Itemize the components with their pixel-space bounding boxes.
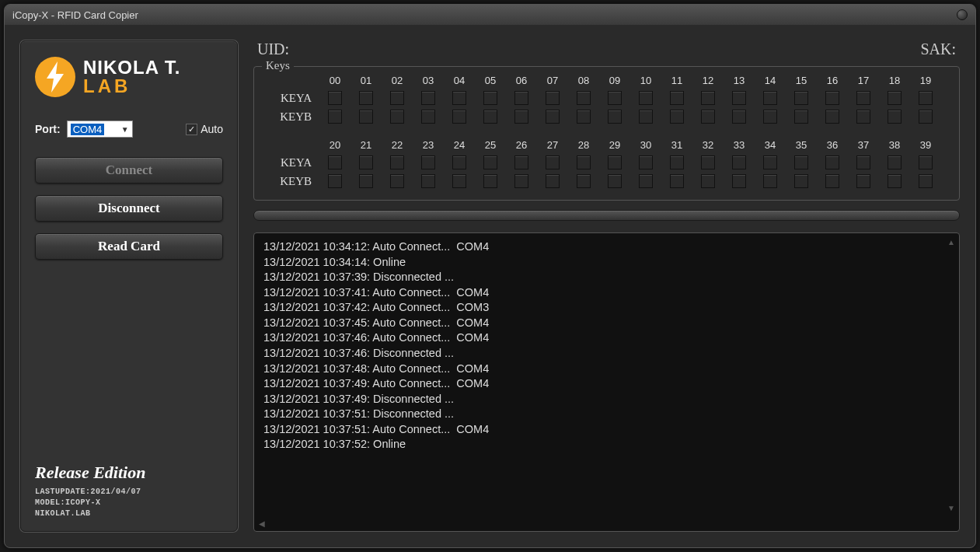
key-indicator xyxy=(919,174,933,188)
key-indicator xyxy=(390,155,404,169)
key-col-header: 35 xyxy=(787,139,815,151)
connect-button[interactable]: Connect xyxy=(35,157,223,183)
key-col-header: 10 xyxy=(632,75,660,86)
key-col-header: 29 xyxy=(601,139,629,151)
logo-text: NIKOLA T. LAB xyxy=(83,58,180,96)
key-indicator xyxy=(514,110,528,124)
key-col-header: 37 xyxy=(849,139,877,151)
key-indicator xyxy=(825,91,839,105)
scroll-down-icon[interactable]: ▼ xyxy=(947,504,955,512)
read-card-button[interactable]: Read Card xyxy=(35,233,223,260)
key-indicator xyxy=(328,174,342,188)
scroll-left-icon[interactable]: ◀ xyxy=(259,519,265,528)
window-title: iCopy-X - RFID Card Copier xyxy=(12,9,138,21)
key-indicator xyxy=(732,110,746,124)
bolt-icon xyxy=(35,57,75,97)
main-panel: UID: SAK: Keys 0001020304050607080910111… xyxy=(253,40,960,532)
key-indicator xyxy=(390,110,404,124)
port-select[interactable]: COM4 ▼ xyxy=(67,121,133,138)
key-indicator xyxy=(670,155,684,169)
scrollbar-horizontal[interactable]: ◀ xyxy=(259,519,943,528)
key-col-header: 20 xyxy=(321,139,349,151)
key-indicator xyxy=(390,174,404,188)
log-content[interactable]: 13/12/2021 10:34:12: Auto Connect... COM… xyxy=(263,239,954,526)
log-line: 13/12/2021 10:37:46: Auto Connect... COM… xyxy=(263,330,954,346)
key-indicator xyxy=(888,110,902,124)
close-icon[interactable] xyxy=(957,9,968,20)
key-indicator xyxy=(328,91,342,105)
key-col-header: 00 xyxy=(321,75,349,86)
key-col-header: 36 xyxy=(818,139,846,151)
key-col-header: 06 xyxy=(507,75,535,86)
app-window: iCopy-X - RFID Card Copier NIKOLA T. LAB… xyxy=(4,4,976,548)
keys-legend: Keys xyxy=(262,59,294,72)
key-indicator xyxy=(421,174,435,188)
key-indicator xyxy=(359,174,373,188)
key-indicator xyxy=(514,91,528,105)
key-col-header: 03 xyxy=(414,75,442,86)
progress-bar xyxy=(253,210,960,221)
key-indicator xyxy=(670,174,684,188)
logo-line1: NIKOLA T. xyxy=(83,58,180,77)
key-col-header: 19 xyxy=(912,75,940,86)
key-col-header: 07 xyxy=(539,75,567,86)
key-table: 0001020304050607080910111213141516171819… xyxy=(263,75,950,188)
key-indicator xyxy=(546,174,560,188)
log-line: 13/12/2021 10:37:49: Disconnected ... xyxy=(263,392,954,407)
key-indicator xyxy=(452,91,466,105)
key-col-header: 14 xyxy=(756,75,784,86)
key-indicator xyxy=(328,110,342,124)
key-indicator xyxy=(639,110,653,124)
key-indicator xyxy=(919,155,933,169)
key-indicator xyxy=(452,174,466,188)
key-indicator xyxy=(888,91,902,105)
key-row: KEYB xyxy=(263,110,950,124)
key-indicator xyxy=(794,174,808,188)
port-value: COM4 xyxy=(71,124,105,135)
log-line: 13/12/2021 10:37:42: Auto Connect... COM… xyxy=(263,300,954,316)
log-line: 13/12/2021 10:34:14: Online xyxy=(263,255,954,271)
log-panel: 13/12/2021 10:34:12: Auto Connect... COM… xyxy=(253,232,960,532)
key-indicator xyxy=(577,155,591,169)
keys-panel: Keys 00010203040506070809101112131415161… xyxy=(253,66,960,201)
log-line: 13/12/2021 10:37:49: Auto Connect... COM… xyxy=(263,376,954,392)
log-line: 13/12/2021 10:37:45: Auto Connect... COM… xyxy=(263,316,954,331)
key-row: KEYA xyxy=(263,155,950,169)
scroll-up-icon[interactable]: ▲ xyxy=(947,238,955,246)
key-indicator xyxy=(701,110,715,124)
key-col-header: 01 xyxy=(352,75,380,86)
key-indicator xyxy=(919,110,933,124)
key-indicator xyxy=(794,91,808,105)
scrollbar-vertical[interactable]: ▲ ▼ xyxy=(947,238,956,512)
key-row: KEYB xyxy=(263,174,950,188)
disconnect-button[interactable]: Disconnect xyxy=(35,195,223,222)
key-col-header: 32 xyxy=(694,139,722,151)
key-row-label: KEYB xyxy=(263,175,318,188)
key-col-header: 24 xyxy=(445,139,473,151)
log-line: 13/12/2021 10:37:52: Online xyxy=(263,437,954,452)
log-line: 13/12/2021 10:37:51: Auto Connect... COM… xyxy=(263,422,954,438)
auto-checkbox[interactable]: ✓ xyxy=(186,124,197,135)
key-indicator xyxy=(856,155,870,169)
key-indicator xyxy=(794,110,808,124)
uid-label: UID: xyxy=(257,40,289,58)
key-col-header: 08 xyxy=(570,75,598,86)
svg-marker-0 xyxy=(47,61,64,93)
key-col-header: 21 xyxy=(352,139,380,151)
key-col-header: 12 xyxy=(694,75,722,86)
titlebar[interactable]: iCopy-X - RFID Card Copier xyxy=(5,5,975,25)
key-col-header: 05 xyxy=(476,75,504,86)
key-indicator xyxy=(452,155,466,169)
key-indicator xyxy=(763,174,777,188)
key-col-header: 13 xyxy=(725,75,753,86)
key-indicator xyxy=(794,155,808,169)
key-col-header: 11 xyxy=(663,75,691,86)
key-indicator xyxy=(639,174,653,188)
port-row: Port: COM4 ▼ ✓ Auto xyxy=(35,121,223,138)
key-indicator xyxy=(421,155,435,169)
key-indicator xyxy=(452,110,466,124)
key-indicator xyxy=(608,155,622,169)
key-col-header: 23 xyxy=(414,139,442,151)
key-indicator xyxy=(421,110,435,124)
key-col-header: 17 xyxy=(849,75,877,86)
